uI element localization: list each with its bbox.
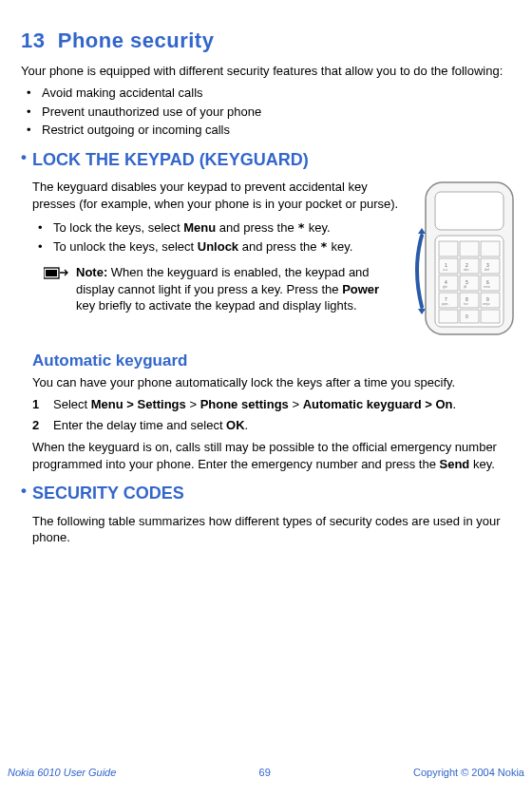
svg-rect-19	[481, 310, 500, 323]
svg-rect-5	[439, 241, 458, 256]
phone-illustration: 123 456 789 0 o.oabcdef ghijklmno pqrstu…	[407, 179, 524, 345]
svg-text:0: 0	[466, 313, 468, 319]
svg-rect-6	[460, 241, 479, 256]
security-codes-heading-row: • SECURITY CODES	[21, 482, 524, 504]
svg-text:tuv: tuv	[464, 302, 468, 306]
list-item: 2 Enter the delay time and select OK.	[32, 417, 524, 434]
svg-text:ghi: ghi	[443, 285, 447, 289]
svg-rect-1	[46, 270, 57, 276]
svg-rect-11	[439, 275, 458, 291]
feature-text: Prevent unauthorized use of your phone	[42, 104, 261, 119]
section-bullet-icon: •	[21, 482, 27, 501]
footer-page-number: 69	[116, 766, 413, 780]
keyguard-heading: LOCK THE KEYPAD (KEYGUARD)	[32, 148, 309, 171]
note-text: Note: When the keyguard is enabled, the …	[76, 264, 399, 314]
chapter-name: Phone security	[58, 28, 215, 52]
list-item: To lock the keys, select Menu and press …	[32, 219, 399, 237]
chapter-number: 13	[21, 28, 45, 52]
security-codes-description: The following table summarizes how diffe…	[32, 513, 524, 546]
footer-copyright: Copyright © 2004 Nokia	[413, 766, 524, 780]
intro-text: Your phone is equipped with different se…	[21, 63, 524, 80]
list-item: To unlock the keys, select Unlock and pr…	[32, 238, 399, 256]
keyguard-section-heading-row: • LOCK THE KEYPAD (KEYGUARD)	[21, 148, 524, 171]
star-key-icon: *	[320, 239, 328, 254]
features-list: Avoid making accidental calls Prevent un…	[21, 85, 524, 139]
page-footer: Nokia 6010 User Guide 69 Copyright © 200…	[0, 766, 532, 780]
note-row: Note: When the keyguard is enabled, the …	[44, 264, 399, 314]
svg-text:mno: mno	[484, 285, 490, 289]
svg-text:o.o: o.o	[443, 268, 447, 272]
star-key-icon: *	[297, 220, 305, 235]
svg-text:pqrs: pqrs	[442, 302, 448, 306]
feature-text: Restrict outgoing or incoming calls	[42, 123, 230, 137]
lock-instruction-text: To lock the keys, select Menu and press …	[53, 220, 331, 235]
automatic-keyguard-heading: Automatic keyguard	[32, 351, 524, 372]
chapter-title: 13 Phone security	[21, 27, 524, 55]
step-text: Enter the delay time and select OK.	[53, 418, 248, 432]
security-codes-heading: SECURITY CODES	[32, 482, 184, 504]
auto-steps-list: 1 Select Menu > Settings > Phone setting…	[32, 396, 524, 433]
feature-text: Avoid making accidental calls	[42, 85, 203, 100]
svg-text:abc: abc	[464, 268, 469, 272]
list-item: 1 Select Menu > Settings > Phone setting…	[32, 396, 524, 413]
step-number: 1	[32, 396, 39, 413]
keyguard-description: The keyguard disables your keypad to pre…	[32, 179, 399, 212]
svg-rect-8	[439, 258, 458, 274]
svg-rect-15	[460, 293, 479, 308]
footer-product-name: Nokia 6010 User Guide	[8, 766, 116, 780]
svg-rect-7	[481, 241, 500, 256]
unlock-instruction-text: To unlock the keys, select Unlock and pr…	[53, 239, 352, 254]
svg-rect-3	[435, 192, 504, 230]
svg-rect-10	[481, 258, 500, 274]
keyguard-text-column: The keyguard disables your keypad to pre…	[21, 179, 407, 320]
automatic-keyguard-description: You can have your phone automatically lo…	[32, 374, 524, 391]
svg-text:def: def	[484, 268, 489, 272]
keyguard-instructions: To lock the keys, select Menu and press …	[32, 219, 399, 255]
section-bullet-icon: •	[21, 148, 27, 167]
step-number: 2	[32, 417, 39, 434]
svg-text:jkl: jkl	[463, 285, 467, 289]
svg-rect-17	[439, 310, 458, 323]
note-icon	[44, 266, 68, 286]
svg-rect-9	[460, 258, 479, 274]
list-item: Avoid making accidental calls	[21, 85, 524, 102]
step-text: Select Menu > Settings > Phone settings …	[53, 397, 456, 411]
list-item: Prevent unauthorized use of your phone	[21, 104, 524, 121]
svg-rect-12	[460, 275, 479, 291]
svg-rect-18	[460, 310, 479, 323]
list-item: Restrict outgoing or incoming calls	[21, 122, 524, 139]
svg-text:wxyz: wxyz	[483, 302, 490, 306]
emergency-note: When the keyguard is on, calls still may…	[32, 439, 524, 472]
keyguard-content-row: The keyguard disables your keypad to pre…	[21, 179, 524, 345]
